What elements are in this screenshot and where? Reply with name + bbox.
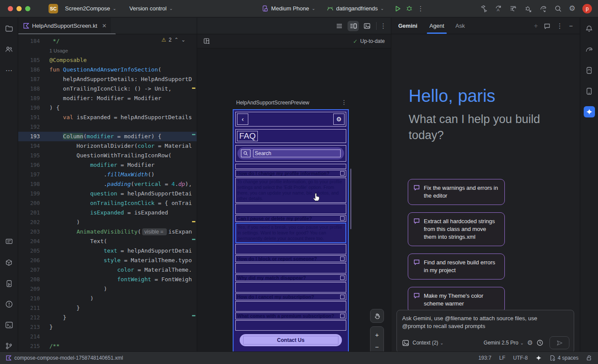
vcs-selector[interactable]: Version control⌄ [126,3,176,13]
code-line[interactable]: 215/** [18,341,197,351]
next-warning-icon[interactable]: ⌄ [181,37,185,43]
send-button[interactable] [549,336,569,349]
more-actions-menu[interactable]: ⋮ [417,5,424,13]
code-line[interactable]: 194 HorizontalDivider(color = Material [18,141,197,151]
suggestion-card[interactable]: Extract all hardcoded strings from this … [408,212,505,246]
build-variants-icon[interactable] [3,257,15,268]
run-config-selector[interactable]: datingandfriends⌄ [323,3,388,13]
problems-icon[interactable] [3,299,15,310]
code-view-button[interactable] [334,21,345,31]
code-line[interactable]: 189 modifier: Modifier = Modifier [18,94,197,103]
zoom-window-button[interactable] [25,6,30,11]
contact-us-button[interactable]: Contact Us [240,334,342,346]
hide-panel-icon[interactable]: − [569,22,573,29]
code-line[interactable]: 209 ) [18,284,197,294]
code-line[interactable]: 214 [18,332,197,341]
close-tab-icon[interactable]: ✕ [102,23,107,29]
expand-toggle-icon[interactable] [340,257,344,261]
run-button[interactable] [394,5,401,12]
pan-tool-button[interactable] [370,309,384,323]
gradle-sync-icon[interactable] [539,5,547,13]
faq-question-row[interactable]: How do I cancel my subscription? [235,293,346,300]
profiler-bug-icon[interactable] [524,5,532,13]
code-line[interactable]: 211 } [18,303,197,313]
zoom-out-button[interactable]: − [370,341,384,353]
code-line[interactable]: 204 Text( [18,237,197,246]
status-file[interactable]: compose-compose-model-1758748140651.xml [6,355,123,361]
code-line[interactable]: 212 } [18,313,197,322]
user-avatar[interactable]: p [582,4,592,13]
indent-setting[interactable]: 4 spaces [549,355,578,361]
new-chat-icon[interactable]: + [534,22,538,30]
preview-scrollbar[interactable] [350,169,351,229]
code-line[interactable]: 195 QuestionWithTrailingIconRow( [18,151,197,160]
split-view-button[interactable] [348,21,359,31]
structure-users-icon[interactable] [3,44,15,55]
lock-open-icon[interactable] [586,355,592,361]
code-line[interactable]: 203 AnimatedVisibility(visible = isExpan [18,227,197,237]
faq-answer-collapsed[interactable] [235,282,346,292]
code-line[interactable]: 200 onTrailingIconClick = { onTrai [18,198,197,208]
faq-question-row[interactable]: Why did my match disappear? [235,274,346,281]
preview-canvas[interactable]: HelpAndSupportScreenPreview ⋮ ‹ ⚙ FAQ [197,49,391,351]
design-view-button[interactable] [361,21,373,31]
suggestion-card[interactable]: Fix the warnings and errors in the edito… [408,179,505,205]
error-stripe[interactable] [191,34,197,351]
code-line[interactable]: 193 Column(modifier = modifier) { [18,132,197,141]
faq-question-row[interactable]: How do I change my profile information? [235,170,346,177]
preview-item-menu[interactable]: ⋮ [341,99,347,106]
faq-answer-collapsed[interactable] [235,320,346,331]
expand-toggle-icon[interactable] [340,171,344,176]
device-selector[interactable]: Medium Phone⌄ [259,3,319,13]
faq-question-row[interactable]: What comes with a premium subscription? [235,312,346,319]
faq-answer[interactable]: To change your profile information, go t… [235,178,346,203]
settings-gear-icon[interactable]: ⚙ [569,4,575,13]
phone-top-app-bar[interactable]: ‹ ⚙ [235,112,346,127]
terminal-icon[interactable] [3,319,15,331]
context-selector[interactable]: Context (2)⌄ [413,340,444,346]
gemini-options-menu[interactable]: ⋮ [556,22,563,30]
suggestion-card[interactable]: Find and resolve build errors in my proj… [408,254,505,280]
close-window-button[interactable] [8,6,13,11]
gemini-settings-icon[interactable]: ⚙ [527,339,533,347]
search-bar[interactable]: Search [237,147,344,159]
debug-button[interactable] [406,5,413,12]
code-line[interactable]: 196 modifier = Modifier [18,160,197,170]
code-line[interactable]: 213} [18,322,197,332]
more-tool-windows-icon[interactable]: ⋯ [3,65,15,76]
tab-ask[interactable]: Ask [455,18,465,34]
code-line[interactable]: 185@Composable [18,55,197,65]
running-devices-icon[interactable] [3,236,15,247]
code-line[interactable]: 207 color = MaterialTheme. [18,265,197,275]
prev-warning-icon[interactable]: ⌃ [174,37,179,43]
gemini-tool-icon[interactable] [584,106,595,117]
code-line[interactable]: 186fun QuestionAndAnswerInfoSection( [18,65,197,75]
build-list-icon[interactable] [510,5,517,13]
back-button[interactable]: ‹ [237,114,248,125]
code-line[interactable]: 197 .fillMaxWidth() [18,170,197,179]
code-line[interactable]: 188 onTrailingIconClick: () -> Unit, [18,84,197,94]
code-line[interactable]: 198 .padding(vertical = 4.dp), [18,179,197,189]
code-line[interactable]: 191 val isExpanded = helpAndSupportDetai… [18,113,197,122]
code-line[interactable]: 205 text = helpAndSupportDetai [18,246,197,256]
code-line[interactable]: 208 fontWeight = FontWeigh [18,275,197,284]
preview-title[interactable]: HelpAndSupportScreenPreview [236,100,309,106]
faq-answer[interactable]: Yes, if you need a break, you can pause … [235,223,346,243]
caret-position[interactable]: 193:7 [478,355,491,361]
minimize-window-button[interactable] [16,6,22,11]
running-devices-phone-icon[interactable] [584,85,595,97]
tab-helpandsupportscreen[interactable]: HelpAndSupportScreen.kt ✕ [18,18,111,34]
code-line[interactable]: 206 style = MaterialTheme.typo [18,256,197,265]
expand-toggle-icon[interactable] [340,314,344,318]
line-ending[interactable]: LF [499,355,505,361]
device-manager-icon[interactable] [3,278,15,289]
tab-agent[interactable]: Agent [429,18,444,34]
phone-preview[interactable]: ‹ ⚙ FAQ Search [233,109,349,361]
notifications-bell-icon[interactable] [584,23,595,34]
code-line[interactable]: 192 [18,122,197,132]
expand-toggle-icon[interactable] [340,295,344,299]
build-run-icon[interactable] [480,5,488,13]
ui-check-icon[interactable] [203,38,210,45]
attach-image-icon[interactable] [402,340,409,346]
code-editor[interactable]: 184 */1 Usage185@Composable186fun Questi… [18,34,197,351]
